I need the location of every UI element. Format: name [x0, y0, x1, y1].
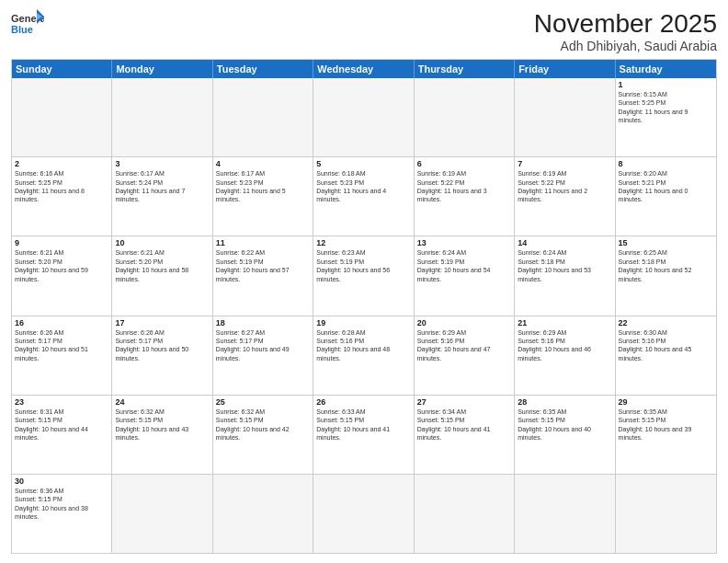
cal-cell	[313, 78, 414, 156]
cell-info: Sunrise: 6:21 AMSunset: 5:20 PMDaylight:…	[115, 248, 209, 283]
day-number: 27	[417, 397, 511, 407]
header-day-thursday: Thursday	[415, 60, 515, 78]
week-row-2: 9Sunrise: 6:21 AMSunset: 5:20 PMDaylight…	[12, 236, 716, 316]
cell-info: Sunrise: 6:32 AMSunset: 5:15 PMDaylight:…	[216, 408, 310, 442]
cal-cell: 3Sunrise: 6:17 AMSunset: 5:24 PMDaylight…	[112, 157, 212, 236]
cal-cell	[515, 78, 615, 156]
cal-cell	[112, 475, 212, 553]
week-row-0: 1Sunrise: 6:15 AMSunset: 5:25 PMDaylight…	[12, 78, 716, 157]
cell-info: Sunrise: 6:15 AMSunset: 5:25 PMDaylight:…	[619, 90, 713, 125]
cal-cell: 1Sunrise: 6:15 AMSunset: 5:25 PMDaylight…	[616, 78, 716, 156]
week-row-4: 23Sunrise: 6:31 AMSunset: 5:15 PMDayligh…	[12, 396, 716, 475]
cal-cell: 10Sunrise: 6:21 AMSunset: 5:20 PMDayligh…	[112, 236, 212, 315]
cal-cell: 19Sunrise: 6:28 AMSunset: 5:16 PMDayligh…	[313, 316, 414, 395]
cal-cell: 23Sunrise: 6:31 AMSunset: 5:15 PMDayligh…	[12, 396, 112, 474]
cal-cell: 17Sunrise: 6:26 AMSunset: 5:17 PMDayligh…	[112, 316, 212, 395]
day-number: 2	[15, 159, 108, 168]
cal-cell	[515, 475, 615, 553]
cell-info: Sunrise: 6:24 AMSunset: 5:19 PMDaylight:…	[417, 248, 511, 283]
calendar-header: SundayMondayTuesdayWednesdayThursdayFrid…	[12, 60, 716, 78]
cell-info: Sunrise: 6:20 AMSunset: 5:21 PMDaylight:…	[619, 169, 713, 204]
cell-info: Sunrise: 6:36 AMSunset: 5:15 PMDaylight:…	[15, 487, 108, 522]
cell-info: Sunrise: 6:19 AMSunset: 5:22 PMDaylight:…	[518, 169, 611, 204]
day-number: 11	[216, 238, 310, 247]
cal-cell: 15Sunrise: 6:25 AMSunset: 5:18 PMDayligh…	[616, 236, 716, 315]
logo: General Blue	[11, 9, 44, 35]
week-row-1: 2Sunrise: 6:16 AMSunset: 5:25 PMDaylight…	[12, 157, 716, 236]
cell-info: Sunrise: 6:16 AMSunset: 5:25 PMDaylight:…	[15, 169, 108, 204]
cal-cell: 29Sunrise: 6:35 AMSunset: 5:15 PMDayligh…	[616, 396, 716, 474]
cal-cell: 27Sunrise: 6:34 AMSunset: 5:15 PMDayligh…	[415, 396, 515, 474]
cell-info: Sunrise: 6:18 AMSunset: 5:23 PMDaylight:…	[316, 169, 410, 204]
cal-cell: 28Sunrise: 6:35 AMSunset: 5:15 PMDayligh…	[515, 396, 615, 474]
day-number: 21	[518, 318, 611, 327]
cal-cell: 14Sunrise: 6:24 AMSunset: 5:18 PMDayligh…	[515, 236, 615, 315]
cell-info: Sunrise: 6:34 AMSunset: 5:15 PMDaylight:…	[417, 408, 511, 442]
day-number: 8	[619, 159, 713, 168]
day-number: 30	[15, 477, 108, 486]
cell-info: Sunrise: 6:21 AMSunset: 5:20 PMDaylight:…	[15, 248, 108, 283]
cal-cell: 21Sunrise: 6:29 AMSunset: 5:16 PMDayligh…	[515, 316, 615, 395]
week-row-5: 30Sunrise: 6:36 AMSunset: 5:15 PMDayligh…	[12, 475, 716, 553]
day-number: 18	[216, 318, 310, 327]
svg-text:Blue: Blue	[11, 24, 33, 35]
cal-cell	[415, 78, 515, 156]
cell-info: Sunrise: 6:29 AMSunset: 5:16 PMDaylight:…	[518, 328, 611, 363]
day-number: 29	[619, 397, 713, 407]
cal-cell: 20Sunrise: 6:29 AMSunset: 5:16 PMDayligh…	[415, 316, 515, 395]
day-number: 23	[15, 397, 108, 407]
day-number: 5	[316, 159, 410, 168]
header-day-monday: Monday	[112, 60, 212, 78]
cell-info: Sunrise: 6:25 AMSunset: 5:18 PMDaylight:…	[619, 248, 713, 283]
header-day-friday: Friday	[515, 60, 615, 78]
cal-cell: 18Sunrise: 6:27 AMSunset: 5:17 PMDayligh…	[213, 316, 313, 395]
cal-cell: 4Sunrise: 6:17 AMSunset: 5:23 PMDaylight…	[213, 157, 313, 236]
cell-info: Sunrise: 6:33 AMSunset: 5:15 PMDaylight:…	[316, 408, 410, 442]
cal-cell: 22Sunrise: 6:30 AMSunset: 5:16 PMDayligh…	[616, 316, 716, 395]
cal-cell: 16Sunrise: 6:26 AMSunset: 5:17 PMDayligh…	[12, 316, 112, 395]
cal-cell: 2Sunrise: 6:16 AMSunset: 5:25 PMDaylight…	[12, 157, 112, 236]
day-number: 7	[518, 159, 611, 168]
page: General Blue November 2025 Adh Dhibiyah,…	[0, 0, 728, 563]
day-number: 3	[115, 159, 209, 168]
cal-cell: 9Sunrise: 6:21 AMSunset: 5:20 PMDaylight…	[12, 236, 112, 315]
day-number: 17	[115, 318, 209, 327]
day-number: 25	[216, 397, 310, 407]
day-number: 26	[316, 397, 410, 407]
cell-info: Sunrise: 6:19 AMSunset: 5:22 PMDaylight:…	[417, 169, 511, 204]
calendar: SundayMondayTuesdayWednesdayThursdayFrid…	[11, 59, 717, 554]
header-day-sunday: Sunday	[12, 60, 112, 78]
day-number: 10	[115, 238, 209, 247]
title-block: November 2025 Adh Dhibiyah, Saudi Arabia	[534, 9, 717, 53]
day-number: 28	[518, 397, 611, 407]
header: General Blue November 2025 Adh Dhibiyah,…	[11, 9, 717, 53]
cell-info: Sunrise: 6:22 AMSunset: 5:19 PMDaylight:…	[216, 248, 310, 283]
cell-info: Sunrise: 6:17 AMSunset: 5:23 PMDaylight:…	[216, 169, 310, 204]
cal-cell	[112, 78, 212, 156]
cal-cell: 26Sunrise: 6:33 AMSunset: 5:15 PMDayligh…	[313, 396, 414, 474]
cell-info: Sunrise: 6:35 AMSunset: 5:15 PMDaylight:…	[619, 408, 713, 442]
day-number: 12	[316, 238, 410, 247]
logo-icon: General Blue	[11, 9, 44, 35]
day-number: 4	[216, 159, 310, 168]
cell-info: Sunrise: 6:35 AMSunset: 5:15 PMDaylight:…	[518, 408, 611, 442]
cal-cell: 6Sunrise: 6:19 AMSunset: 5:22 PMDaylight…	[415, 157, 515, 236]
cal-cell: 7Sunrise: 6:19 AMSunset: 5:22 PMDaylight…	[515, 157, 615, 236]
cal-cell: 25Sunrise: 6:32 AMSunset: 5:15 PMDayligh…	[213, 396, 313, 474]
header-day-tuesday: Tuesday	[213, 60, 313, 78]
day-number: 9	[15, 238, 108, 247]
cal-cell	[415, 475, 515, 553]
cell-info: Sunrise: 6:17 AMSunset: 5:24 PMDaylight:…	[115, 169, 209, 204]
header-day-wednesday: Wednesday	[313, 60, 414, 78]
day-number: 16	[15, 318, 108, 327]
cal-cell: 8Sunrise: 6:20 AMSunset: 5:21 PMDaylight…	[616, 157, 716, 236]
cal-cell: 24Sunrise: 6:32 AMSunset: 5:15 PMDayligh…	[112, 396, 212, 474]
cell-info: Sunrise: 6:24 AMSunset: 5:18 PMDaylight:…	[518, 248, 611, 283]
day-number: 24	[115, 397, 209, 407]
calendar-body: 1Sunrise: 6:15 AMSunset: 5:25 PMDaylight…	[12, 78, 716, 553]
day-number: 15	[619, 238, 713, 247]
cell-info: Sunrise: 6:30 AMSunset: 5:16 PMDaylight:…	[619, 328, 713, 363]
cal-cell	[616, 475, 716, 553]
cal-cell	[313, 475, 414, 553]
header-day-saturday: Saturday	[616, 60, 716, 78]
